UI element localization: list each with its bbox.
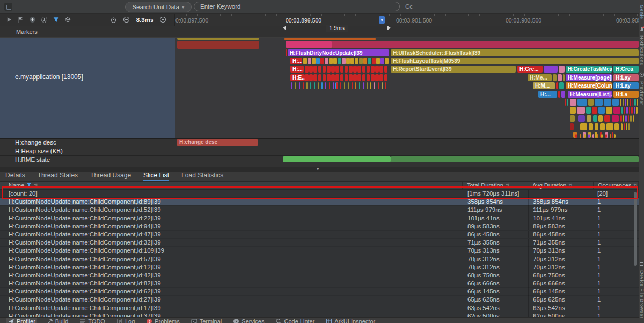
flame-slice[interactable] bbox=[379, 66, 383, 73]
flame-slice[interactable]: H:Measure[Column... bbox=[566, 82, 612, 89]
flame-slice[interactable]: H:Measure[List]... bbox=[568, 91, 612, 98]
tab-details[interactable]: Details bbox=[5, 171, 25, 181]
table-row[interactable]: H:CustomNodeUpdate name:ChildComponent,i… bbox=[0, 312, 639, 317]
flame-slice[interactable] bbox=[629, 107, 631, 114]
keyword-input[interactable]: Enter Keyword bbox=[194, 2, 400, 11]
flame-slice[interactable] bbox=[614, 134, 616, 138]
flame-slice[interactable] bbox=[177, 41, 259, 49]
flame-slice[interactable] bbox=[313, 74, 317, 81]
flame-slice[interactable] bbox=[363, 82, 364, 89]
flame-slice[interactable] bbox=[625, 115, 627, 122]
flame-slice[interactable] bbox=[372, 58, 376, 64]
flame-slice[interactable] bbox=[601, 134, 603, 138]
statusbar-item-terminal[interactable]: Terminal bbox=[189, 318, 224, 323]
flame-slice[interactable] bbox=[620, 99, 621, 106]
flame-slice[interactable]: H:La bbox=[613, 91, 639, 98]
flame-slice[interactable] bbox=[578, 115, 585, 122]
statusbar-item-code-linter[interactable]: Code Linter bbox=[274, 318, 316, 323]
flame-slice[interactable] bbox=[592, 107, 597, 114]
flame-slice[interactable] bbox=[345, 66, 348, 73]
table-row[interactable]: [count: 20][1ms 720µs 311ns][20] bbox=[0, 190, 639, 198]
flame-slice[interactable] bbox=[586, 107, 591, 114]
flame-slice[interactable] bbox=[593, 115, 597, 122]
flame-slice[interactable] bbox=[368, 58, 371, 64]
flame-slice[interactable] bbox=[561, 91, 565, 98]
flame-slice[interactable] bbox=[623, 115, 625, 122]
flame-slice[interactable] bbox=[570, 107, 576, 114]
statusbar-item-build[interactable]: Build bbox=[45, 318, 70, 323]
flame-slice[interactable] bbox=[333, 58, 337, 64]
sort-arrows-icon[interactable]: ⇅ bbox=[506, 183, 510, 189]
flame-slice[interactable] bbox=[620, 115, 622, 122]
flame-slice[interactable] bbox=[318, 74, 322, 81]
flame-slice[interactable]: H:FlushDirtyNodeUpdate|I39 bbox=[288, 49, 389, 56]
flame-slice[interactable] bbox=[284, 38, 376, 40]
filter-icon[interactable] bbox=[26, 182, 32, 189]
tool-strip-item-genie[interactable]: Genie bbox=[639, 5, 644, 19]
flame-slice[interactable] bbox=[314, 82, 315, 89]
column-header-total-duration[interactable]: Total Duration⇅ bbox=[463, 182, 528, 189]
statusbar-item-log[interactable]: Log bbox=[115, 318, 136, 323]
tab-thread-states[interactable]: Thread States bbox=[38, 171, 78, 181]
table-row[interactable]: H:CustomNodeUpdate name:ChildComponent,i… bbox=[0, 247, 639, 255]
flame-slice[interactable] bbox=[318, 82, 319, 89]
table-row[interactable]: H:CustomNodeUpdate name:ChildComponent,i… bbox=[0, 263, 639, 271]
flame-slice[interactable] bbox=[359, 58, 363, 64]
flame-slice[interactable] bbox=[600, 123, 605, 130]
flame-slice[interactable] bbox=[338, 58, 341, 64]
flame-slice[interactable] bbox=[333, 82, 334, 89]
flame-slice[interactable] bbox=[592, 134, 594, 138]
flame-slice[interactable] bbox=[336, 82, 338, 89]
flame-slice[interactable] bbox=[325, 58, 328, 64]
flame-slice[interactable] bbox=[610, 134, 611, 138]
table-scrollbar[interactable] bbox=[634, 192, 637, 266]
flame-slice[interactable] bbox=[565, 99, 566, 106]
flame-slice[interactable] bbox=[367, 74, 370, 81]
table-row[interactable]: H:CustomNodeUpdate name:ChildComponent,i… bbox=[0, 222, 639, 231]
flame-slice[interactable] bbox=[303, 82, 304, 89]
flame-slice[interactable] bbox=[580, 123, 587, 130]
table-row[interactable]: H:CustomNodeUpdate name:ChildComponent,i… bbox=[0, 271, 639, 279]
flame-slice[interactable] bbox=[577, 107, 585, 114]
flame-slice[interactable] bbox=[623, 99, 624, 106]
flame-slice[interactable] bbox=[378, 82, 379, 89]
flame-slice[interactable] bbox=[614, 123, 619, 130]
flag-icon[interactable] bbox=[17, 16, 25, 24]
flame-slice[interactable] bbox=[587, 115, 591, 122]
flame-slice[interactable] bbox=[346, 58, 350, 64]
tool-strip-item-previewer[interactable]: Previewer bbox=[639, 70, 644, 105]
flame-slice[interactable] bbox=[606, 107, 612, 114]
flame-slice[interactable] bbox=[627, 99, 629, 106]
flame-slice[interactable] bbox=[380, 58, 384, 64]
flame-slice[interactable] bbox=[335, 66, 339, 73]
flame-slice[interactable]: H:change desc bbox=[177, 139, 258, 146]
flame-slice[interactable] bbox=[313, 66, 317, 73]
flame-slice[interactable] bbox=[355, 82, 356, 89]
flame-slice[interactable] bbox=[559, 82, 564, 89]
flame-slice[interactable] bbox=[312, 58, 316, 64]
panel-splitter[interactable]: ▾ bbox=[0, 167, 639, 172]
flame-slice[interactable] bbox=[177, 38, 259, 40]
splitter-handle-icon[interactable]: ▾ bbox=[317, 166, 319, 171]
flame-slice[interactable] bbox=[349, 74, 353, 81]
flame-slice[interactable]: H:... bbox=[538, 91, 557, 98]
flame-slice[interactable] bbox=[345, 74, 348, 81]
flame-slice[interactable] bbox=[299, 82, 300, 89]
navigate-icon[interactable] bbox=[29, 16, 36, 24]
flame-slice[interactable] bbox=[291, 82, 292, 89]
flame-slice[interactable] bbox=[613, 107, 620, 114]
bookmark-icon[interactable] bbox=[379, 16, 385, 24]
flame-slice[interactable] bbox=[631, 107, 633, 114]
flame-slice[interactable] bbox=[567, 99, 568, 106]
column-header-avg-duration[interactable]: Avg Duration⇅ bbox=[528, 182, 594, 189]
flame-slice[interactable] bbox=[340, 66, 344, 73]
sort-arrows-icon[interactable]: ⇅ bbox=[568, 183, 573, 189]
flame-slice[interactable]: H:FlushLayoutTask|M0539 bbox=[391, 58, 639, 64]
table-row[interactable]: H:CustomNodeUpdate name:ChildComponent,i… bbox=[0, 279, 639, 288]
flame-slice[interactable] bbox=[323, 74, 326, 81]
zoom-in-icon[interactable] bbox=[159, 16, 167, 24]
flame-slice[interactable] bbox=[570, 99, 576, 106]
flame-slice[interactable] bbox=[321, 82, 323, 89]
flame-slice[interactable] bbox=[327, 74, 331, 81]
counter-track-row[interactable]: H:Heap size (KB) bbox=[0, 147, 639, 156]
